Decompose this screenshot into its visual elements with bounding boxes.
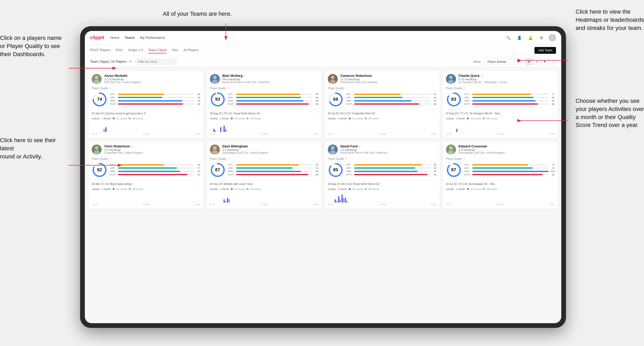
stat-bar-fill <box>354 167 415 169</box>
chart-labels: 31 Jul 21 Aug 4 Sep <box>446 133 555 135</box>
player-club: Royal Perth Golf Club, Australia <box>340 81 437 84</box>
stat-bar-fill <box>472 94 531 95</box>
stat-row-arg: ARG 85 <box>228 170 319 173</box>
player-name[interactable]: Edward Crossman <box>459 145 555 148</box>
activity-header: Activity · 1 Month On course Off course <box>328 188 437 190</box>
search-icon[interactable]: 🔍 <box>505 34 512 41</box>
stat-bar-fill <box>354 103 419 105</box>
quality-body[interactable]: 82 OTT 60 APP 77 ARG 81 PUTT 91 <box>92 162 200 178</box>
quality-score: 68 <box>333 97 338 102</box>
stat-label: ARG <box>228 99 235 102</box>
mini-chart: 31 Jul 21 Aug 4 Sep <box>210 121 319 135</box>
stat-bar-bg <box>118 164 195 166</box>
quality-ring[interactable]: 85 <box>328 162 344 178</box>
player-name[interactable]: Aaron Nicholls <box>104 74 200 78</box>
expand-icon[interactable]: ↕ <box>549 58 556 65</box>
quality-ring[interactable]: 74 <box>92 92 107 107</box>
latest-round-row[interactable]: 02 Sep 23 | Sunrise round to get back in… <box>92 110 200 115</box>
chart-label-end: 4 Sep <box>549 133 554 135</box>
quality-ring[interactable]: 82 <box>92 162 107 178</box>
chart-labels: 31 Jul 21 Aug 4 Sep <box>328 133 437 135</box>
latest-round-row[interactable]: 18 Jul 23 | 74 (+4), Sunningdale GC - Ol… <box>446 180 555 185</box>
off-course-legend-label: Off course <box>132 188 143 190</box>
bell-icon[interactable]: 🔔 <box>527 34 534 41</box>
quality-stats: OTT 60 APP 58 ARG 84 PUTT 85 <box>110 93 200 106</box>
stat-row-arg: ARG 84 <box>110 99 200 102</box>
activity-header: Activity · 1 Month On course Off course <box>210 117 319 120</box>
quality-body[interactable]: 87 OTT 82 APP 74 ARG 85 PUTT 94 <box>210 162 319 178</box>
quality-ring[interactable]: 87 <box>210 162 226 178</box>
quality-body[interactable]: 93 OTT 84 APP 85 ARG 88 PUTT 95 <box>210 92 319 107</box>
stat-label: OTT <box>464 163 471 166</box>
add-team-button[interactable]: Add Team <box>534 47 556 54</box>
quality-ring[interactable]: 93 <box>210 92 226 107</box>
settings-icon[interactable]: ⚙ <box>538 34 545 41</box>
on-course-legend-dot <box>231 118 233 119</box>
on-course-legend-label: On course <box>234 117 245 120</box>
stat-bar-bg <box>236 164 313 166</box>
chart-label-start: 31 Jul <box>328 133 333 135</box>
quality-ring[interactable]: 83 <box>446 92 462 107</box>
latest-round-row[interactable]: 26 Aug 23 | 84 (+12), Royal North Devon … <box>328 180 437 185</box>
filter-icon[interactable]: ▼ <box>541 58 548 65</box>
profile-icon[interactable]: 👤 <box>516 34 523 41</box>
info-icon: ⓘ <box>109 87 111 90</box>
activity-header: Activity · 1 Month On course Off course <box>446 117 555 120</box>
list-view-icon[interactable]: ≡ <box>533 58 540 65</box>
search-input[interactable] <box>135 59 177 65</box>
stat-bar-fill <box>118 164 164 166</box>
quality-body[interactable]: 83 OTT 77 APP 80 ARG 83 PUTT 86 <box>446 92 555 107</box>
latest-round-row[interactable]: 02 Jul 23 | 59 (+17), Craigmillar Park G… <box>328 110 437 115</box>
stat-row-ott: OTT 82 <box>228 163 319 166</box>
player-name[interactable]: Cameron Robertson <box>340 74 437 78</box>
quality-ring[interactable]: 68 <box>328 92 344 107</box>
tab-all-players[interactable]: All Players <box>183 47 199 54</box>
stat-value: 77 <box>550 93 554 95</box>
chart-label-mid: 21 Aug <box>379 203 386 206</box>
player-name[interactable]: Chris Robertson ✓ <box>104 145 200 148</box>
latest-round-row[interactable]: 05 Mar 23 | 19, Must make putting → <box>92 180 200 185</box>
tab-pga[interactable]: PGA <box>116 47 123 54</box>
stat-label: ARG <box>464 99 471 102</box>
tab-hcaps[interactable]: Hcaps 1-5 <box>128 47 143 54</box>
grid-view-icon[interactable]: ⊞ <box>526 58 532 65</box>
latest-round-row[interactable]: 26 Aug 23 | 73 (+1), Royal North Devon G… <box>210 110 319 115</box>
player-name[interactable]: Dave Billingham <box>222 145 319 148</box>
latest-round-row[interactable]: 04 Sep 23 | Mobility with coach, Gym → <box>210 180 319 185</box>
show-select[interactable]: Player Activity Quality Score Trend <box>484 59 521 65</box>
svg-point-17 <box>94 150 100 155</box>
on-course-legend-dot <box>113 188 115 190</box>
player-avatar <box>446 74 456 84</box>
chart-bar-group <box>345 198 348 203</box>
nav-my-performance[interactable]: My Performance <box>140 35 165 41</box>
stat-label: APP <box>464 96 471 99</box>
stat-value: 92 <box>550 173 554 176</box>
stat-label: PUTT <box>464 103 471 105</box>
edit-icon[interactable]: ✏ <box>129 60 132 63</box>
nav-teams[interactable]: Teams <box>125 35 135 41</box>
quality-body[interactable]: 74 OTT 60 APP 58 ARG 84 PUTT 85 <box>92 92 200 107</box>
quality-body[interactable]: 68 OTT 61 APP 63 ARG 75 PUTT 85 <box>328 92 437 107</box>
card-header: Dave Billingham 1-5 Handicap Sog Maging … <box>210 145 319 155</box>
nav-home[interactable]: Home <box>110 35 120 41</box>
quality-body[interactable]: 85 OTT 89 APP 80 ARG 83 PUTT 96 <box>328 162 437 178</box>
player-name[interactable]: David Ford ✓ <box>340 145 437 148</box>
on-course-legend-label: On course <box>470 188 481 190</box>
quality-ring[interactable]: 87 <box>446 162 462 178</box>
chart-bar-group <box>220 127 223 132</box>
info-icon: ⓘ <box>227 87 230 90</box>
stat-label: APP <box>228 96 235 99</box>
tab-team-clippd[interactable]: Team Clippd <box>148 47 166 54</box>
tab-tour[interactable]: Tour <box>172 47 178 54</box>
tab-pgat[interactable]: PGAT Players <box>90 47 111 54</box>
latest-round-row[interactable]: 07 Aug 23 | 77 (+7), St George's Hill GC… <box>446 110 555 115</box>
chart-label-mid: 21 Aug <box>261 203 267 206</box>
off-course-legend-label: Off course <box>368 117 379 120</box>
brand-logo[interactable]: clippd <box>90 35 104 40</box>
on-course-bar <box>213 129 215 132</box>
avatar[interactable]: U <box>549 34 556 41</box>
quality-body[interactable]: 87 OTT 73 APP 79 ARG 103 PUTT 92 <box>446 162 555 178</box>
stat-label: ARG <box>110 170 117 173</box>
player-name[interactable]: Charlie Quick ✓ <box>459 74 555 78</box>
player-name[interactable]: Blair McHarg ✓ <box>222 74 319 78</box>
